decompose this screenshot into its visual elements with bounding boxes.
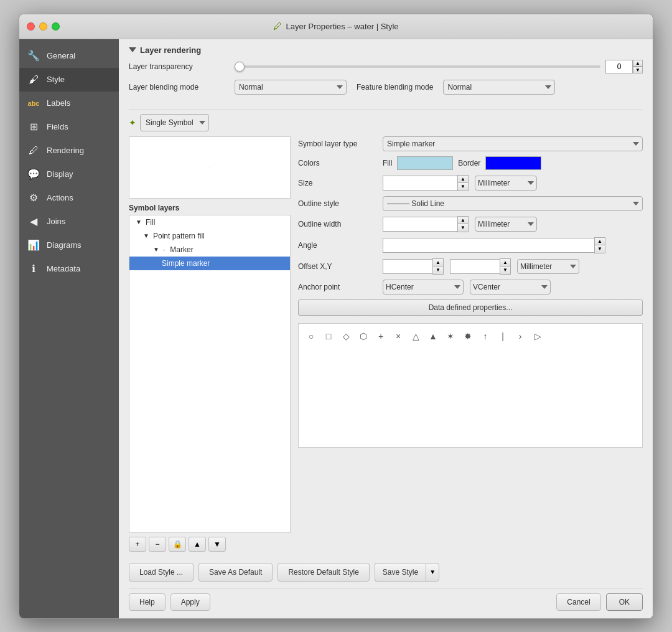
outline-style-select[interactable]: ——— Solid Line - - - Dash ··· Dot [383,196,643,211]
cancel-button[interactable]: Cancel [556,593,600,611]
marker-dot: · [163,245,165,254]
size-unit-select[interactable]: MillimeterPixelMapUnit [475,176,537,191]
add-layer-button[interactable]: + [129,537,146,552]
transparency-spin-up[interactable]: ▲ [633,60,643,67]
offset-x-spin-down[interactable]: ▼ [433,266,443,274]
size-spin-up[interactable]: ▲ [458,176,468,183]
symbol-preview: · [129,136,291,199]
offset-y-spin-buttons: ▲ ▼ [500,258,511,275]
sidebar-item-metadata[interactable]: ℹ Metadata [19,257,119,281]
minimize-button[interactable] [39,22,47,31]
shape-arrow-up[interactable]: ↑ [478,329,493,344]
shape-triangle-filled[interactable]: ▲ [426,329,441,344]
layer-blending-label: Layer blending mode [129,83,235,92]
move-down-button[interactable]: ▼ [208,537,226,552]
shape-triangle-outline[interactable]: △ [408,329,423,344]
outline-width-spinbox: 0.00 ▲ ▼ [383,216,469,232]
data-defined-button[interactable]: Data defined properties... [298,299,643,316]
help-button[interactable]: Help [129,593,166,611]
offset-unit-select[interactable]: MillimeterPixelMapUnit [517,259,579,274]
action-buttons-row: Help Apply Cancel OK [129,588,643,611]
outline-width-spin-down[interactable]: ▼ [458,224,468,232]
tree-container: ▼ Fill ▼ Point pattern fill ▼ · Marker [129,215,291,533]
sidebar-item-rendering[interactable]: 🖊 Rendering [19,139,119,163]
shape-arrow-right[interactable]: › [513,329,528,344]
title-text: Layer Properties – water | Style [286,22,398,31]
move-up-button[interactable]: ▲ [189,537,206,552]
lock-layer-button[interactable]: 🔒 [169,537,186,552]
save-style-button[interactable]: Save Style [375,563,426,582]
tree-item-simple-marker[interactable]: Simple marker [129,257,290,270]
transparency-slider[interactable] [235,65,600,68]
angle-spin-down[interactable]: ▼ [595,245,605,253]
sidebar-item-fields[interactable]: ⊞ Fields [19,115,119,139]
border-color-picker[interactable] [485,156,541,170]
tree-item-marker[interactable]: ▼ · Marker [129,243,290,257]
restore-default-button[interactable]: Restore Default Style [278,563,369,582]
offset-x-spin-up[interactable]: ▲ [433,259,443,266]
collapse-icon[interactable] [129,47,136,52]
outline-style-row: Outline style ——— Solid Line - - - Dash … [298,196,643,211]
offset-y-spin-up[interactable]: ▲ [500,259,510,266]
shape-star-outline[interactable]: ✶ [443,329,458,344]
symbol-layer-type-select[interactable]: Simple marker SVG marker Font marker [383,136,643,151]
marker-toggle: ▼ [152,245,161,254]
shape-arrow-filled[interactable]: ▷ [530,329,545,344]
shape-line[interactable]: | [495,329,510,344]
outline-width-unit-select[interactable]: MillimeterPixelMapUnit [475,217,537,232]
remove-layer-button[interactable]: − [149,537,166,552]
size-row: Size 0.50000 ▲ ▼ MillimeterPixelMapUnit [298,175,643,191]
transparency-value-input[interactable] [605,60,633,73]
sidebar-item-display[interactable]: 💬 Display [19,163,119,186]
sidebar-item-joins[interactable]: ◀ Joins [19,210,119,233]
outline-width-label: Outline width [298,220,379,229]
feature-blending-select[interactable]: Normal MultiplyScreen [443,80,555,95]
apply-button[interactable]: Apply [170,593,210,611]
save-style-dropdown[interactable]: ▼ [426,563,439,582]
sidebar-label-actions: Actions [47,193,73,202]
shape-diamond[interactable]: ◇ [338,329,353,344]
content-area: Layer rendering Layer transparency ▲ ▼ [119,39,653,618]
sidebar-item-actions[interactable]: ⚙ Actions [19,186,119,210]
close-button[interactable] [27,22,35,31]
offset-y-spinbox: 0.00000 ▲ ▼ [450,258,511,275]
offset-x-input[interactable]: 0.00000 [383,259,432,274]
angle-spin-up[interactable]: ▲ [595,238,605,245]
angle-row: Angle 0.00 ° ▲ ▼ [298,237,643,253]
save-style-split: Save Style ▼ [375,563,439,582]
outline-width-input[interactable]: 0.00 [383,217,457,232]
sidebar-label-diagrams: Diagrams [47,240,82,250]
fill-color-picker[interactable] [397,156,453,170]
size-value-input[interactable]: 0.50000 [383,176,457,191]
offset-y-spin-down[interactable]: ▼ [500,266,510,274]
anchor-v-select[interactable]: VCenterVTopVBottom [470,280,551,295]
shape-star-filled[interactable]: ✸ [460,329,475,344]
ok-button[interactable]: OK [606,593,643,611]
sidebar-item-style[interactable]: 🖌 Style [19,68,119,92]
outline-width-spin-up[interactable]: ▲ [458,217,468,224]
shape-plus[interactable]: + [373,329,388,344]
angle-input[interactable]: 0.00 ° [383,238,594,253]
tree-item-fill[interactable]: ▼ Fill [129,215,290,229]
anchor-h-select[interactable]: HCenterHLeftHRight [383,280,464,295]
transparency-slider-container: ▲ ▼ [235,60,643,73]
save-as-default-button[interactable]: Save As Default [198,563,273,582]
sidebar-item-diagrams[interactable]: 📊 Diagrams [19,233,119,257]
load-style-button[interactable]: Load Style ... [129,563,194,582]
shape-circle[interactable]: ○ [304,329,319,344]
transparency-spin-down[interactable]: ▼ [633,67,643,73]
symbol-type-select[interactable]: Single Symbol Categorized Graduated Rule… [140,114,209,131]
fill-label: Fill [146,218,155,227]
metadata-icon: ℹ [27,262,40,276]
shape-pentagon[interactable]: ⬡ [356,329,371,344]
tree-item-point-pattern[interactable]: ▼ Point pattern fill [129,229,290,243]
shape-cross[interactable]: × [391,329,406,344]
size-spin-down[interactable]: ▼ [458,183,468,191]
maximize-button[interactable] [52,22,60,31]
actions-icon: ⚙ [27,191,40,205]
sidebar-item-labels[interactable]: abc Labels [19,92,119,115]
offset-y-input[interactable]: 0.00000 [450,259,500,274]
layer-blending-select[interactable]: Normal MultiplyScreen [235,80,347,95]
sidebar-item-general[interactable]: 🔧 General [19,44,119,68]
shape-square[interactable]: □ [321,329,336,344]
